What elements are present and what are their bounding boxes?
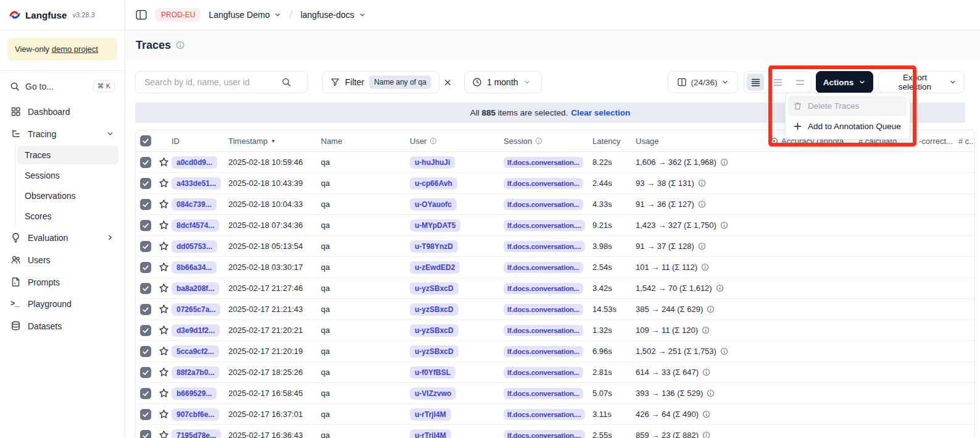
bookmark-star-button[interactable] [156, 304, 172, 314]
info-icon[interactable] [698, 179, 706, 187]
info-icon[interactable] [720, 221, 728, 229]
table-row[interactable]: b669529... 2025-02-17 16:58:45 qa u-VIZz… [136, 383, 974, 404]
session-link[interactable]: lf.docs.conversation.... [504, 241, 585, 252]
user-link[interactable]: u-MYpDAT5 [410, 219, 460, 232]
row-checkbox[interactable] [140, 283, 151, 294]
info-icon[interactable] [702, 410, 710, 418]
user-link[interactable]: u-cp66Avh [410, 177, 457, 190]
info-icon[interactable] [698, 200, 706, 208]
row-checkbox[interactable] [140, 409, 151, 420]
bookmark-star-button[interactable] [156, 220, 172, 230]
row-checkbox[interactable] [140, 178, 151, 189]
session-link[interactable]: lf.docs.conversation... [504, 304, 583, 315]
session-link[interactable]: lf.docs.conversation... [504, 346, 583, 357]
table-row[interactable]: 8dcf4574... 2025-02-18 07:34:36 qa u-MYp… [136, 215, 974, 236]
row-checkbox[interactable] [140, 199, 151, 210]
trace-id-link[interactable]: d3e9d1f2... [172, 324, 220, 337]
row-checkbox[interactable] [140, 325, 151, 336]
bookmark-star-button[interactable] [156, 241, 172, 251]
sidebar-item-sessions[interactable]: Sessions [17, 166, 118, 185]
user-link[interactable]: u-yzSBxcD [410, 303, 459, 316]
column-header-id[interactable]: ID [172, 137, 228, 146]
session-link[interactable]: lf.docs.conversation... [504, 199, 583, 210]
sidebar-item-tracing[interactable]: Tracing [6, 124, 118, 144]
info-icon[interactable] [716, 284, 724, 292]
table-row[interactable]: 8b66a34... 2025-02-18 03:30:17 qa u-zEwd… [136, 257, 974, 278]
trace-id-link[interactable]: 07265c7a... [172, 303, 220, 316]
sidebar-item-prompts[interactable]: Prompts [6, 272, 118, 292]
bookmark-star-button[interactable] [156, 157, 172, 167]
table-row[interactable]: 07265c7a... 2025-02-17 21:21:43 qa u-yzS… [136, 299, 974, 320]
user-link[interactable]: u-VIZzvwo [410, 387, 456, 400]
bookmark-star-button[interactable] [156, 409, 172, 419]
bookmark-star-button[interactable] [156, 367, 172, 377]
info-icon[interactable] [702, 326, 710, 334]
user-link[interactable]: u-yzSBxcD [410, 345, 459, 358]
table-row[interactable]: ba8a208f... 2025-02-17 21:27:46 qa u-yzS… [136, 278, 974, 299]
trace-id-link[interactable]: 7195d78e... [172, 429, 221, 438]
session-link[interactable]: lf.docs.conversation... [504, 283, 583, 294]
session-link[interactable]: lf.docs.conversation.... [504, 220, 585, 231]
row-height-compact-button[interactable] [747, 74, 764, 91]
trace-id-link[interactable]: 8dcf4574... [172, 219, 219, 232]
row-checkbox[interactable] [140, 262, 151, 273]
session-link[interactable]: lf.docs.conversation... [504, 178, 583, 189]
trace-id-link[interactable]: 8b66a34... [172, 261, 217, 274]
trace-id-link[interactable]: b669529... [172, 387, 217, 400]
session-link[interactable]: lf.docs.conversation.... [504, 430, 585, 438]
user-link[interactable]: u-zEwdED2 [410, 261, 460, 274]
column-header-more[interactable]: # c... [958, 137, 974, 146]
info-icon[interactable] [698, 242, 706, 250]
row-height-medium-button[interactable] [769, 74, 786, 91]
table-row[interactable]: 88f2a7b0... 2025-02-17 18:25:26 qa u-f0Y… [136, 362, 974, 383]
trace-id-link[interactable]: 88f2a7b0... [172, 366, 219, 379]
row-checkbox[interactable] [140, 346, 151, 357]
bookmark-star-button[interactable] [156, 283, 172, 293]
user-link[interactable]: u-rTrjI4M [410, 408, 451, 421]
session-link[interactable]: lf.docs.conversation.... [504, 409, 585, 420]
trace-id-link[interactable]: a433de51... [172, 177, 221, 190]
session-link[interactable]: lf.docs.conversation... [504, 388, 583, 399]
row-checkbox[interactable] [140, 157, 151, 168]
project-selector[interactable]: langfuse-docs [301, 10, 366, 20]
trace-id-link[interactable]: dd05753... [172, 240, 217, 253]
table-row[interactable]: a0cd0d9... 2025-02-18 10:59:46 qa u-huJh… [136, 152, 974, 173]
info-icon[interactable] [702, 431, 710, 438]
column-header-timestamp[interactable]: Timestamp▼ [228, 137, 321, 146]
session-link[interactable]: lf.docs.conversation... [504, 367, 583, 378]
sidebar-item-evaluation[interactable]: Evaluation [6, 227, 118, 248]
table-row[interactable]: dd05753... 2025-02-18 05:13:54 qa u-T98Y… [136, 236, 974, 257]
bookmark-star-button[interactable] [156, 178, 172, 188]
table-row[interactable]: 084c739... 2025-02-18 10:04:33 qa u-OYau… [136, 194, 974, 215]
trace-id-link[interactable]: 5cca9cf2... [172, 345, 219, 358]
user-link[interactable]: u-T98YnzD [410, 240, 458, 253]
row-checkbox[interactable] [140, 388, 151, 399]
column-header-latency[interactable]: Latency [592, 137, 636, 146]
user-link[interactable]: u-huJhuJi [410, 156, 455, 169]
info-icon[interactable] [176, 41, 185, 49]
export-selection-button[interactable]: Export selection [878, 71, 965, 93]
trace-id-link[interactable]: ba8a208f... [172, 282, 219, 295]
goto-search[interactable]: Go to... ⌘ K [6, 77, 118, 95]
column-header-user[interactable]: User [410, 137, 504, 146]
search-input[interactable] [143, 77, 278, 88]
info-icon[interactable] [720, 158, 728, 166]
bookmark-star-button[interactable] [156, 199, 172, 209]
trace-id-link[interactable]: a0cd0d9... [172, 156, 217, 169]
table-row[interactable]: a433de51... 2025-02-18 10:43:39 qa u-cp6… [136, 173, 974, 194]
bookmark-star-button[interactable] [156, 262, 172, 272]
select-all-checkbox[interactable] [140, 135, 151, 146]
bookmark-star-button[interactable] [156, 325, 172, 335]
time-range-button[interactable]: 1 month [464, 71, 542, 93]
sidebar-item-datasets[interactable]: Datasets [6, 316, 118, 336]
menu-item-add-to-annotation-queue[interactable]: Add to Annotation Queue [788, 116, 907, 137]
user-link[interactable]: u-yzSBxcD [410, 324, 459, 337]
column-visibility-button[interactable]: (24/36) [668, 71, 738, 93]
sidebar-item-dashboard[interactable]: Dashboard [6, 101, 118, 122]
row-height-tall-button[interactable] [791, 74, 808, 91]
user-link[interactable]: u-yzSBxcD [410, 282, 459, 295]
actions-button[interactable]: Actions [816, 71, 873, 93]
table-row[interactable]: 5cca9cf2... 2025-02-17 21:20:19 qa u-yzS… [136, 341, 974, 362]
session-link[interactable]: lf.docs.conversation... [504, 325, 583, 336]
sidebar-toggle-icon[interactable] [135, 9, 147, 21]
